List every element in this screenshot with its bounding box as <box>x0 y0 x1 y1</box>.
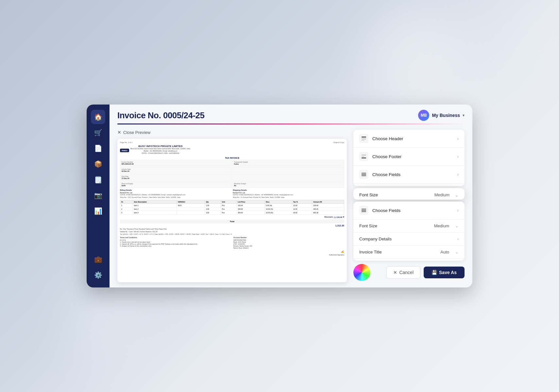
panel-row-choose-fields[interactable]: Choose Fields › <box>353 166 465 184</box>
invoice-total-label: Total <box>120 220 344 223</box>
font-size-popup-value: Medium <box>434 192 449 197</box>
table-row: 3Item 33.00Pcs300.0010.00 (%)18.00902.30 <box>120 211 344 215</box>
choose-fields-2-icon <box>359 206 368 215</box>
choose-header-chevron: › <box>457 136 459 141</box>
cancel-button[interactable]: ✕ Cancel <box>386 266 420 279</box>
main-content: Invoice No. 0005/24-25 MB My Business ▾ … <box>110 105 472 287</box>
choose-fields-label: Choose Fields <box>372 172 453 177</box>
choose-footer-chevron: › <box>457 154 459 159</box>
choose-fields-2-label: Choose Fields <box>372 208 453 213</box>
right-panel: Choose Header › Choose Footer <box>353 130 465 282</box>
choose-fields-2-chevron: › <box>457 208 459 213</box>
invoice-details-grid: Invoice Number BPL/0001/24-25 Transporte… <box>120 160 344 188</box>
invoice-copy-type: Original Copy <box>333 141 344 143</box>
close-preview-button[interactable]: ✕ Close Preview <box>117 130 347 135</box>
app-window: 🏠 🛒 📄 📦 🗒️ 📷 📊 💼 ⚙️ Invoice No. 0005/24-… <box>87 105 472 287</box>
svg-rect-7 <box>362 157 366 158</box>
invoice-items-table: Sr. Item Description HSN/SAC Qty Unit Li… <box>120 200 344 215</box>
invoice-logo: mazu <box>120 149 129 152</box>
cancel-label: Cancel <box>399 270 414 275</box>
font-size-popup: Font Size Medium ⌄ <box>353 188 465 200</box>
panel-row-choose-fields-2[interactable]: Choose Fields › <box>353 202 465 220</box>
svg-rect-0 <box>362 137 366 138</box>
invoice-grand-total: 1,312.30 <box>120 224 344 227</box>
close-preview-label: Close Preview <box>123 130 150 135</box>
avatar: MB <box>418 110 429 121</box>
sidebar-item-settings[interactable]: ⚙️ <box>91 268 105 282</box>
font-size-popup-chevron: ⌄ <box>455 192 459 198</box>
invoice-footer: Rs. One Thousand Three Hundred Twelve an… <box>120 228 344 256</box>
content-area: ✕ Close Preview Page No. 1 of 1 Original… <box>110 124 472 287</box>
invoice-company-gstin: GSTIN - 07AAACB0023A1ZJ | PAN - AAACB002… <box>130 152 191 155</box>
svg-rect-8 <box>362 173 366 173</box>
font-size-label: Font Size <box>359 223 430 228</box>
choose-footer-icon <box>359 152 368 161</box>
choose-header-label: Choose Header <box>372 136 453 141</box>
font-size-popup-row[interactable]: Font Size Medium ⌄ <box>353 188 465 200</box>
svg-rect-1 <box>362 138 366 139</box>
invoice-company-mobile: Mobile: +91 8800283282 | Email: info@bus… <box>130 150 191 152</box>
svg-rect-4 <box>362 155 366 155</box>
svg-rect-11 <box>362 209 366 209</box>
sidebar-item-cart[interactable]: 🛒 <box>91 125 105 140</box>
app-header: Invoice No. 0005/24-25 MB My Business ▾ <box>110 105 472 121</box>
sidebar-item-box[interactable]: 📦 <box>91 157 105 171</box>
option-row-font-type[interactable]: Font Type Roboto ⌄ <box>353 184 465 186</box>
option-row-company-details[interactable]: Company Details › <box>353 233 465 246</box>
svg-rect-12 <box>362 210 366 211</box>
save-icon: 💾 <box>432 270 437 275</box>
invoice-title-label: Invoice Title <box>359 250 436 254</box>
svg-rect-10 <box>362 175 366 176</box>
svg-rect-3 <box>362 140 364 140</box>
option-row-own-title[interactable]: Own Title ⌄ <box>353 259 465 261</box>
page-title: Invoice No. 0005/24-25 <box>117 110 204 121</box>
choose-fields-chevron: › <box>457 172 459 177</box>
invoice-company-block: BUSY INFOTECH PRIVATE LIMITED Block E3 3… <box>130 145 191 155</box>
sidebar-item-briefcase[interactable]: 💼 <box>91 252 105 267</box>
company-details-label: Company Details <box>359 237 453 241</box>
action-buttons: ✕ Cancel 💾 Save As <box>386 266 465 279</box>
close-icon: ✕ <box>117 130 121 135</box>
invoice-billing-row: Billing Details Ramesh Pvt. Ltd. GSTIN: … <box>120 189 344 199</box>
option-row-invoice-title[interactable]: Invoice Title Auto ⌄ <box>353 246 465 259</box>
bottom-controls: ✕ Cancel 💾 Save As <box>353 263 465 282</box>
choose-footer-label: Choose Footer <box>372 154 453 159</box>
invoice-title-chevron: ⌄ <box>455 250 459 254</box>
font-size-chevron: ⌄ <box>455 223 459 228</box>
business-name: My Business <box>432 113 460 118</box>
svg-rect-6 <box>362 156 364 157</box>
chevron-down-icon: ▾ <box>463 113 465 118</box>
font-size-popup-label: Font Size <box>359 192 431 197</box>
invoice-paper: Page No. 1 of 1 Original Copy mazu BUSY … <box>117 139 347 282</box>
invoice-discount-row: Discount (-) 130.00 ₹ <box>120 216 344 218</box>
sidebar: 🏠 🛒 📄 📦 🗒️ 📷 📊 💼 ⚙️ <box>87 105 110 287</box>
company-details-chevron: › <box>457 237 459 241</box>
business-badge[interactable]: MB My Business ▾ <box>418 110 465 121</box>
font-size-value: Medium <box>434 223 449 228</box>
table-row: 2Item 22.00Pcs200.0010.00 (%)12.00403.20 <box>120 207 344 211</box>
save-as-button[interactable]: 💾 Save As <box>424 267 465 278</box>
panel-row-choose-header[interactable]: Choose Header › <box>353 130 465 148</box>
sidebar-item-camera[interactable]: 📷 <box>91 188 105 203</box>
invoice-signatory: ✍ Authorised Signatory <box>233 250 344 256</box>
choose-header-icon <box>359 134 368 143</box>
invoice-company-addr: Block E3 3rd Ram Jhansi Road New Delhi C… <box>130 148 191 150</box>
invoice-company-name: BUSY INFOTECH PRIVATE LIMITED <box>130 145 191 148</box>
invoice-logo-area: mazu BUSY INFOTECH PRIVATE LIMITED Block… <box>120 145 344 156</box>
invoice-doc-type: TAX INVOICE <box>120 157 344 159</box>
sidebar-item-home[interactable]: 🏠 <box>91 110 105 124</box>
color-picker-icon[interactable] <box>353 264 370 281</box>
save-as-label: Save As <box>439 270 457 275</box>
sidebar-item-invoice[interactable]: 📄 <box>91 141 105 155</box>
option-row-font-size[interactable]: Font Size Medium ⌄ <box>353 220 465 233</box>
invoice-page-info: Page No. 1 of 1 <box>120 141 132 143</box>
sidebar-item-chart[interactable]: 📊 <box>91 204 105 218</box>
stacked-options-card: Choose Fields › Font Size Medium ⌄ Compa… <box>353 202 465 261</box>
svg-rect-9 <box>362 174 366 175</box>
sidebar-item-copy[interactable]: 🗒️ <box>91 172 105 187</box>
choose-fields-icon <box>359 170 368 179</box>
panel-row-choose-footer[interactable]: Choose Footer › <box>353 148 465 166</box>
invoice-title-value: Auto <box>440 250 449 254</box>
svg-rect-5 <box>362 155 366 156</box>
panel-card-main: Choose Header › Choose Footer <box>353 130 465 186</box>
